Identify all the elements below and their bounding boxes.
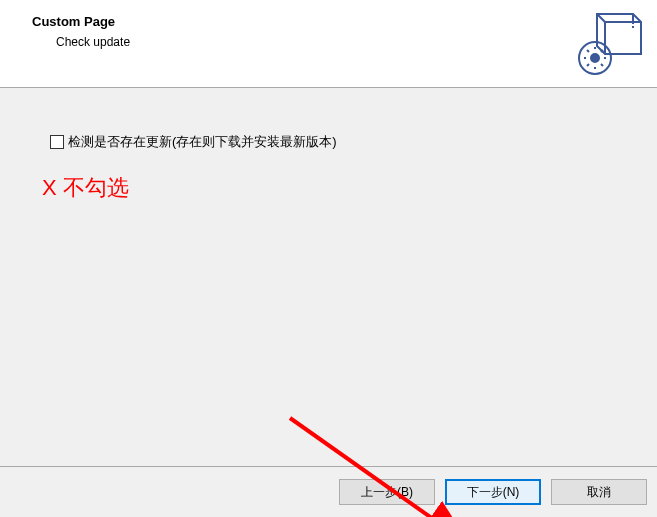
check-update-label: 检测是否存在更新(存在则下载并安装最新版本)	[68, 133, 337, 151]
back-button[interactable]: 上一步(B)	[339, 479, 435, 505]
cancel-button[interactable]: 取消	[551, 479, 647, 505]
check-update-option[interactable]: 检测是否存在更新(存在则下载并安装最新版本)	[50, 133, 607, 151]
wizard-header: Custom Page Check update	[0, 0, 657, 88]
page-subtitle: Check update	[56, 35, 637, 49]
wizard-footer: 上一步(B) 下一步(N) 取消	[0, 467, 657, 517]
annotation-text: X 不勾选	[42, 173, 607, 203]
svg-point-1	[591, 54, 599, 62]
wizard-content: 检测是否存在更新(存在则下载并安装最新版本) X 不勾选	[0, 88, 657, 467]
page-title: Custom Page	[32, 14, 637, 29]
next-button[interactable]: 下一步(N)	[445, 479, 541, 505]
check-update-checkbox[interactable]	[50, 135, 64, 149]
installer-icon	[577, 6, 647, 80]
